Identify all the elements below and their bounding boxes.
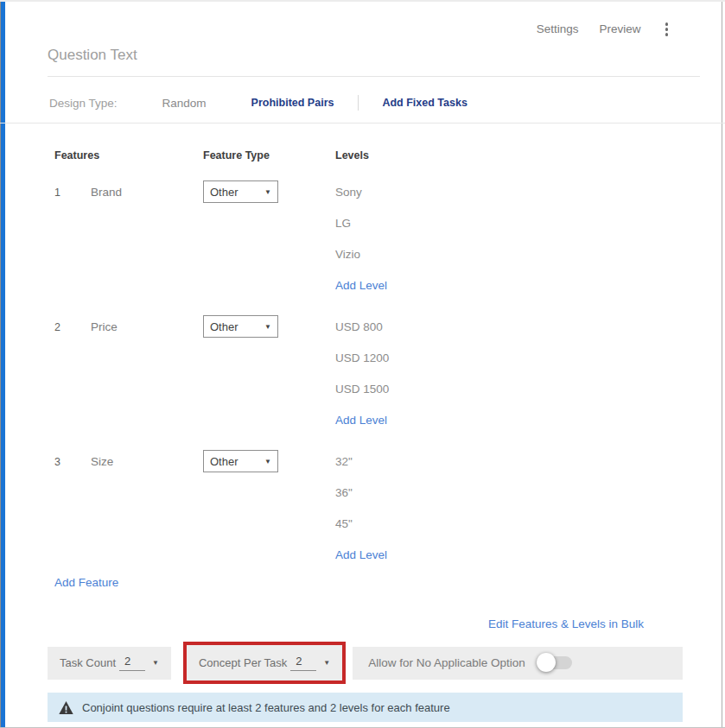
edit-bulk-link[interactable]: Edit Features & Levels in Bulk bbox=[488, 617, 644, 630]
col-header-feature-type: Feature Type bbox=[203, 149, 335, 161]
col-header-levels: Levels bbox=[335, 149, 699, 161]
prohibited-pairs-link[interactable]: Prohibited Pairs bbox=[251, 97, 334, 109]
level-item[interactable]: USD 1200 bbox=[335, 343, 699, 374]
feature-name[interactable]: Price bbox=[91, 312, 203, 343]
chevron-down-icon: ▼ bbox=[264, 458, 271, 465]
feature-number: 2 bbox=[54, 312, 91, 343]
kebab-menu-icon[interactable] bbox=[662, 21, 672, 38]
feature-type-select[interactable]: Other ▼ bbox=[203, 180, 278, 203]
levels-list: 32" 36" 45" Add Level bbox=[335, 446, 699, 571]
feature-type-select[interactable]: Other ▼ bbox=[203, 450, 278, 472]
warning-banner: Conjoint questions require at least 2 fe… bbox=[48, 693, 683, 722]
chevron-down-icon: ▼ bbox=[323, 659, 330, 667]
chevron-down-icon: ▼ bbox=[152, 659, 159, 667]
level-item[interactable]: Sony bbox=[335, 177, 699, 208]
feature-row-size: 3 Size Other ▼ 32" 36" 45" Add Level bbox=[54, 446, 699, 571]
add-level-link[interactable]: Add Level bbox=[335, 270, 699, 301]
features-table: Features Feature Type Levels 1 Brand Oth… bbox=[54, 149, 699, 581]
left-accent-strip bbox=[0, 2, 5, 728]
warning-text: Conjoint questions require at least 2 fe… bbox=[82, 701, 450, 714]
levels-list: Sony LG Vizio Add Level bbox=[335, 177, 699, 301]
concept-per-task-label: Concept Per Task bbox=[199, 656, 287, 669]
feature-row-price: 2 Price Other ▼ USD 800 USD 1200 USD 150… bbox=[54, 312, 699, 436]
design-type-value: Random bbox=[162, 97, 207, 110]
table-header-row: Features Feature Type Levels bbox=[54, 149, 699, 161]
preview-button[interactable]: Preview bbox=[599, 22, 640, 35]
no-applicable-option-bar: Allow for No Applicable Option bbox=[353, 647, 683, 680]
feature-row-brand: 1 Brand Other ▼ Sony LG Vizio Add Level bbox=[54, 177, 699, 301]
conjoint-question-editor: Settings Preview Question Text Design Ty… bbox=[0, 0, 725, 728]
feature-name[interactable]: Brand bbox=[91, 177, 203, 208]
feature-number: 1 bbox=[54, 177, 91, 208]
feature-type-value: Other bbox=[210, 455, 238, 468]
no-applicable-label: Allow for No Applicable Option bbox=[368, 656, 525, 669]
add-level-link[interactable]: Add Level bbox=[335, 540, 699, 571]
task-count-value: 2 bbox=[119, 655, 145, 671]
feature-name[interactable]: Size bbox=[91, 446, 203, 478]
no-applicable-toggle[interactable] bbox=[539, 656, 572, 669]
level-item[interactable]: Vizio bbox=[335, 239, 699, 270]
design-type-label: Design Type: bbox=[49, 97, 118, 110]
level-item[interactable]: 36" bbox=[335, 478, 699, 509]
bottom-controls: Task Count 2 ▼ Concept Per Task 2 ▼ Allo… bbox=[48, 642, 683, 684]
level-item[interactable]: 45" bbox=[335, 509, 699, 540]
task-count-label: Task Count bbox=[60, 656, 116, 669]
chevron-down-icon: ▼ bbox=[264, 323, 271, 331]
warning-triangle-icon bbox=[59, 701, 73, 714]
toggle-knob bbox=[537, 653, 556, 672]
add-level-link[interactable]: Add Level bbox=[335, 405, 699, 436]
design-type-row: Design Type: Random Prohibited Pairs Add… bbox=[49, 95, 467, 111]
level-item[interactable]: LG bbox=[335, 208, 699, 239]
concept-per-task-value: 2 bbox=[290, 655, 316, 671]
levels-list: USD 800 USD 1200 USD 1500 Add Level bbox=[335, 312, 699, 436]
vertical-divider bbox=[358, 95, 359, 111]
feature-type-value: Other bbox=[210, 320, 238, 333]
feature-type-select[interactable]: Other ▼ bbox=[203, 315, 278, 338]
feature-number: 3 bbox=[54, 446, 91, 478]
header-actions: Settings Preview bbox=[537, 21, 671, 38]
question-text-input[interactable]: Question Text bbox=[48, 47, 700, 77]
add-feature-link[interactable]: Add Feature bbox=[54, 576, 118, 589]
level-item[interactable]: 32" bbox=[335, 446, 699, 478]
col-header-features: Features bbox=[54, 149, 203, 161]
task-count-dropdown[interactable]: Task Count 2 ▼ bbox=[48, 647, 171, 680]
concept-per-task-dropdown[interactable]: Concept Per Task 2 ▼ bbox=[187, 645, 342, 681]
highlight-annotation-box: Concept Per Task 2 ▼ bbox=[183, 642, 346, 684]
settings-button[interactable]: Settings bbox=[537, 22, 579, 35]
panel-right-border bbox=[722, 2, 722, 728]
chevron-down-icon: ▼ bbox=[264, 188, 271, 196]
level-item[interactable]: USD 1500 bbox=[335, 374, 699, 405]
section-divider bbox=[0, 123, 725, 123]
level-item[interactable]: USD 800 bbox=[335, 312, 699, 343]
add-fixed-tasks-link[interactable]: Add Fixed Tasks bbox=[382, 97, 467, 109]
feature-type-value: Other bbox=[210, 186, 238, 199]
